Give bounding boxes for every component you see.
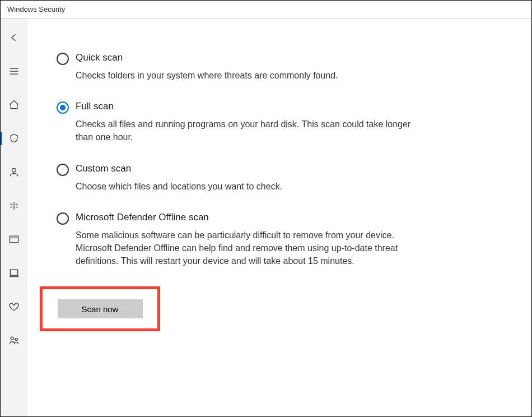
radio-label: Quick scan <box>76 52 338 63</box>
radio-label: Custom scan <box>76 163 282 174</box>
scan-now-button[interactable]: Scan now <box>58 299 143 318</box>
window-title: Windows Security <box>7 5 65 13</box>
app-browser-button[interactable] <box>1 230 27 248</box>
radio-mark-icon <box>57 212 69 225</box>
radio-desc: Choose which files and locations you wan… <box>76 180 282 193</box>
firewall-icon <box>8 200 20 211</box>
radio-label: Microsoft Defender Offline scan <box>76 212 415 223</box>
device-health-button[interactable] <box>1 298 27 316</box>
radio-desc: Some malicious software can be particula… <box>76 229 415 268</box>
home-icon <box>8 99 20 110</box>
svg-rect-1 <box>10 236 18 243</box>
account-protection-button[interactable] <box>1 163 27 181</box>
device-security-button[interactable] <box>1 264 27 282</box>
svg-rect-2 <box>10 270 17 275</box>
menu-icon <box>8 66 20 77</box>
account-icon <box>8 166 20 178</box>
health-icon <box>8 301 20 312</box>
radio-mark-icon <box>57 101 69 114</box>
back-button[interactable] <box>1 29 27 47</box>
firewall-button[interactable] <box>1 197 27 215</box>
radio-label: Full scan <box>76 101 415 112</box>
radio-desc: Checks folders in your system where thre… <box>76 69 338 82</box>
window-titlebar: Windows Security <box>1 1 531 18</box>
virus-protection-button[interactable] <box>1 129 27 147</box>
radio-offline-scan[interactable]: Microsoft Defender Offline scan Some mal… <box>57 212 415 268</box>
svg-point-0 <box>12 168 16 172</box>
sidebar <box>1 18 27 416</box>
radio-desc: Checks all files and running programs on… <box>76 118 415 143</box>
device-security-icon <box>8 267 20 279</box>
radio-quick-scan[interactable]: Quick scan Checks folders in your system… <box>57 52 415 82</box>
highlight-box: Scan now <box>40 286 160 331</box>
radio-full-scan[interactable]: Full scan Checks all files and running p… <box>57 101 415 143</box>
family-button[interactable] <box>1 331 27 349</box>
family-icon <box>8 335 20 346</box>
svg-point-3 <box>11 337 13 340</box>
main-content: Quick scan Checks folders in your system… <box>27 18 531 416</box>
radio-mark-icon <box>57 164 69 176</box>
shield-icon <box>8 133 20 144</box>
app-browser-icon <box>8 234 20 245</box>
svg-point-4 <box>15 338 17 340</box>
back-icon <box>8 32 20 43</box>
radio-mark-icon <box>57 53 69 65</box>
home-button[interactable] <box>1 96 27 114</box>
radio-custom-scan[interactable]: Custom scan Choose which files and locat… <box>57 163 415 193</box>
menu-button[interactable] <box>1 62 27 80</box>
